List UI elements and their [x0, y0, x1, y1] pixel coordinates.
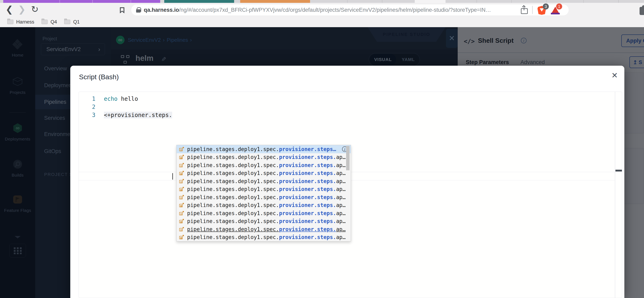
tab-separator — [511, 0, 512, 3]
editor-line[interactable]: 3<+provisioner.steps. — [79, 111, 622, 119]
autocomplete-popup: pipeline.stages.deploy1.spec.provisioner… — [176, 145, 351, 241]
bat-icon[interactable]: 1 — [550, 5, 560, 15]
code-editor[interactable]: 1echo hello23<+provisioner.steps. pipeli… — [78, 92, 622, 298]
suggest-item[interactable]: pipeline.stages.deploy1.spec.provisioner… — [176, 209, 351, 217]
snippet-icon — [179, 163, 184, 168]
line-content: echo hello — [104, 95, 138, 103]
snippet-icon — [179, 195, 184, 200]
tab-separator — [618, 0, 619, 3]
snippet-icon — [179, 218, 184, 224]
overview-ruler-marker — [616, 170, 622, 171]
url-domain: qa.harness.io — [144, 7, 179, 13]
folder-icon — [42, 20, 48, 24]
line-number: 1 — [79, 95, 96, 103]
suggest-item[interactable]: pipeline.stages.deploy1.spec.provisioner… — [176, 225, 351, 233]
browser-tab[interactable] — [3, 0, 160, 3]
snippet-icon — [179, 211, 184, 216]
suggest-item[interactable]: pipeline.stages.deploy1.spec.provisioner… — [176, 153, 351, 161]
brave-badge: 3 — [543, 4, 549, 10]
minimap-divider — [615, 92, 615, 298]
dialog-title: Script (Bash) — [79, 73, 119, 81]
tab-separator — [130, 0, 131, 3]
script-editor-dialog: Script (Bash) ✕ 1echo hello23<+provision… — [70, 66, 624, 298]
suggest-scrollbar[interactable] — [346, 146, 350, 170]
suggest-item[interactable]: pipeline.stages.deploy1.spec.provisioner… — [176, 177, 351, 185]
bookmark-icon[interactable] — [120, 7, 124, 13]
browser-toolbar: ❮ ❯ ↻ qa.harness.io/ng/#/account/px7xd_B… — [0, 3, 644, 17]
bookmark-item[interactable]: Q4 — [42, 19, 57, 25]
bookmark-label: Harness — [16, 19, 34, 25]
text-caret — [172, 173, 173, 180]
snippet-icon — [179, 179, 184, 184]
share-icon[interactable] — [521, 6, 528, 14]
url-path: /ng/#/account/px7xd_BFRCi-pfWPYXVjvw/cd/… — [179, 7, 491, 13]
folder-icon — [7, 20, 13, 24]
tab-separator — [546, 0, 546, 3]
line-content: <+provisioner.steps. — [104, 111, 172, 119]
suggest-item[interactable]: pipeline.stages.deploy1.spec.provisioner… — [176, 201, 351, 209]
snippet-icon — [179, 147, 184, 152]
url-bar[interactable]: qa.harness.io/ng/#/account/px7xd_BFRCi-p… — [131, 5, 569, 16]
url-text[interactable]: qa.harness.io/ng/#/account/px7xd_BFRCi-p… — [144, 7, 519, 13]
dialog-close-button[interactable]: ✕ — [612, 71, 618, 80]
tab-separator — [347, 0, 348, 3]
tab-separator — [583, 0, 584, 3]
suggest-item[interactable]: pipeline.stages.deploy1.spec.provisioner… — [176, 233, 351, 241]
suggest-item[interactable]: pipeline.stages.deploy1.spec.provisioner… — [176, 193, 351, 201]
line-number: 3 — [79, 111, 96, 119]
brave-shield-icon[interactable]: 3 — [537, 5, 547, 15]
suggest-item[interactable]: pipeline.stages.deploy1.spec.provisioner… — [176, 161, 351, 169]
line-number: 2 — [79, 103, 96, 111]
tab-separator — [476, 0, 477, 3]
snippet-icon — [179, 202, 184, 208]
snippet-icon — [179, 154, 184, 160]
browser-tab-strip[interactable] — [0, 0, 644, 3]
bookmarks-bar: HarnessQ4Q1 — [0, 17, 644, 27]
lock-icon[interactable] — [136, 7, 140, 13]
snippet-icon — [179, 170, 184, 176]
browser-tab[interactable] — [415, 0, 446, 3]
bat-badge: 1 — [556, 4, 562, 10]
tab-separator — [60, 0, 60, 3]
bookmark-label: Q4 — [50, 19, 57, 25]
suggest-item[interactable]: pipeline.stages.deploy1.spec.provisioner… — [176, 217, 351, 225]
tab-separator — [92, 0, 93, 3]
reload-button[interactable]: ↻ — [30, 4, 40, 15]
forward-button[interactable]: ❯ — [16, 4, 27, 15]
bookmark-item[interactable]: Q1 — [64, 19, 80, 25]
extensions-puzzle-icon[interactable] — [640, 7, 644, 15]
suggest-item[interactable]: pipeline.stages.deploy1.spec.provisioner… — [176, 185, 351, 193]
editor-line[interactable]: 2 — [79, 103, 622, 111]
suggest-item[interactable]: pipeline.stages.deploy1.spec.provisioner… — [176, 145, 351, 153]
bookmark-item[interactable]: Harness — [7, 19, 34, 25]
browser-tab[interactable] — [164, 0, 234, 3]
bookmark-label: Q1 — [73, 19, 80, 25]
tab-separator — [382, 0, 382, 3]
toolbar-divider — [532, 6, 532, 14]
editor-line[interactable]: 1echo hello — [79, 95, 622, 103]
back-button[interactable]: ❮ — [4, 4, 14, 15]
browser-tab[interactable] — [240, 0, 310, 3]
suggest-item[interactable]: pipeline.stages.deploy1.spec.provisioner… — [176, 169, 351, 177]
snippet-icon — [179, 227, 184, 232]
folder-icon — [64, 20, 70, 24]
harness-app: HomeProjects∞DeploymentsBuildsFeature Fl… — [0, 27, 644, 298]
snippet-icon — [179, 186, 184, 192]
snippet-icon — [179, 234, 184, 240]
